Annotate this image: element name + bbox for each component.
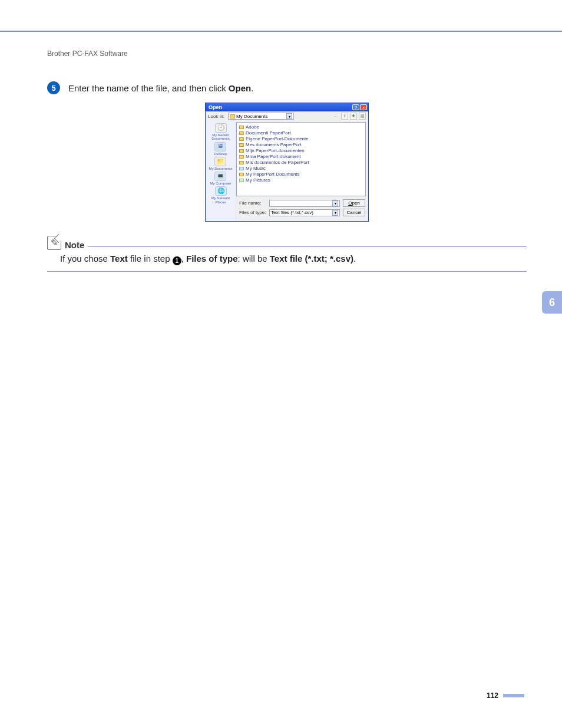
folder-icon (239, 149, 244, 153)
pictures-folder-icon (239, 179, 244, 182)
note-body: If you chose Text file in step 1, Files … (47, 250, 527, 272)
chevron-down-icon[interactable]: ▾ (332, 210, 338, 216)
dialog-toolbar: Look in: My Documents ▾ ← ⇧ ✚ ▥ (206, 111, 368, 121)
list-item: My PaperPort Documents (239, 172, 363, 177)
place-desktop[interactable]: 🖥 Desktop (214, 142, 227, 156)
place-network-label: My Network Places (206, 196, 236, 204)
place-recent-label: My Recent Documents (206, 133, 236, 141)
filetype-label: Files of type: (239, 210, 266, 215)
chapter-tab: 6 (542, 291, 562, 314)
filename-label: File name: (239, 200, 266, 206)
folder-icon (239, 126, 244, 129)
place-computer-label: My Computer (210, 182, 231, 185)
close-button[interactable]: × (360, 104, 367, 110)
lookin-value: My Documents (236, 114, 267, 119)
list-item: Adobe (239, 124, 363, 130)
music-folder-icon (239, 167, 244, 170)
list-item: Mes documents PaperPort (239, 142, 363, 147)
cancel-button[interactable]: Cancel (343, 209, 365, 216)
list-item: Mina PaperPort-dokument (239, 154, 363, 159)
filename-input[interactable]: ▾ (269, 200, 340, 207)
desktop-icon: 🖥 (214, 142, 226, 151)
step-text-prefix: Enter the name of the file, and then cli… (68, 83, 229, 93)
folder-icon (230, 114, 235, 118)
filetype-value: Text files (*.txt;*.csv) (271, 210, 313, 215)
step-number-badge: 5 (47, 81, 60, 94)
lookin-combo[interactable]: My Documents ▾ (228, 113, 294, 120)
back-icon[interactable]: ← (332, 113, 339, 120)
folder-icon (239, 155, 244, 159)
place-recent[interactable]: 🕘 My Recent Documents (206, 123, 236, 141)
place-documents-label: My Documents (209, 167, 232, 170)
step-reference-badge: 1 (173, 256, 181, 265)
recent-documents-icon: 🕘 (215, 123, 227, 133)
new-folder-icon[interactable]: ✚ (350, 113, 357, 120)
open-dialog: Open ? × Look in: My Documents ▾ ← ⇧ ✚ ▥ (205, 103, 369, 222)
place-computer[interactable]: 💻 My Computer (210, 172, 231, 185)
help-button[interactable]: ? (352, 104, 359, 110)
dialog-titlebar: Open ? × (206, 103, 368, 111)
views-icon[interactable]: ▥ (359, 113, 366, 120)
place-desktop-label: Desktop (214, 152, 227, 156)
my-computer-icon: 💻 (214, 172, 226, 181)
lookin-label: Look in: (208, 114, 224, 119)
step-text-bold: Open (229, 83, 251, 93)
running-header: Brother PC-FAX Software (47, 50, 527, 58)
step-text-suffix: . (251, 83, 253, 93)
note-icon: ✎ (47, 236, 61, 250)
list-item: My Music (239, 166, 363, 171)
divider (88, 246, 527, 247)
page-footer: 112 (487, 691, 524, 700)
open-button[interactable]: Open (343, 199, 365, 207)
list-item: Documenti PaperPort (239, 130, 363, 136)
filetype-combo[interactable]: Text files (*.txt;*.csv) ▾ (269, 209, 340, 216)
instruction-step: 5 Enter the name of the file, and then c… (47, 81, 527, 94)
list-item: Eigene PaperPort-Dokumente (239, 136, 363, 141)
folder-icon (239, 173, 244, 176)
chevron-down-icon[interactable]: ▾ (286, 113, 292, 119)
chevron-down-icon[interactable]: ▾ (332, 200, 338, 206)
page-number: 112 (487, 691, 498, 700)
folder-icon (239, 137, 244, 141)
footer-accent (503, 694, 524, 697)
folder-icon (239, 143, 244, 147)
up-one-level-icon[interactable]: ⇧ (341, 113, 348, 120)
folder-icon (239, 131, 244, 135)
dialog-title: Open (209, 104, 222, 110)
list-item: Mis documentos de PaperPort (239, 160, 363, 165)
note-heading: Note (65, 240, 84, 250)
list-item: My Pictures (239, 177, 363, 183)
note-callout: ✎ Note If you chose Text file in step 1,… (47, 236, 527, 272)
step-text: Enter the name of the file, and then cli… (68, 83, 253, 93)
place-network[interactable]: 🌐 My Network Places (206, 186, 236, 204)
network-places-icon: 🌐 (215, 186, 227, 196)
top-bar (0, 0, 562, 32)
file-list[interactable]: Adobe Documenti PaperPort Eigene PaperPo… (236, 122, 366, 196)
my-documents-icon: 📁 (214, 157, 226, 166)
folder-icon (239, 161, 244, 164)
list-item: Mijn PaperPort-documenten (239, 148, 363, 153)
places-bar: 🕘 My Recent Documents 🖥 Desktop 📁 My Doc… (206, 121, 236, 221)
place-documents[interactable]: 📁 My Documents (209, 157, 232, 170)
